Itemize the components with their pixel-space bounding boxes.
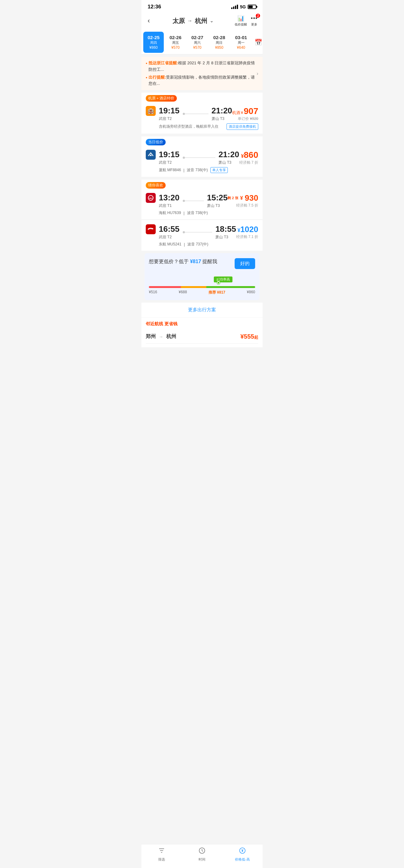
lowest-price-tag: 当日低价 [146,139,166,145]
date-tab-4[interactable]: 03-01 周一 ¥640 [231,32,251,53]
route-title[interactable]: 太原 → 杭州 ⌄ [173,17,214,25]
more-button[interactable]: ••• 2 更多 [251,15,258,27]
bar-price-0: ¥516 [149,290,157,295]
notice-text-0: 抵达浙江省提醒:根据 2021 年 2 月 8 日浙江省新冠肺炎疫情防控工... [149,60,258,73]
network-type: 5G [240,4,246,9]
marker-dot-icon [217,281,220,284]
recommend-flight-card-0[interactable]: HU 13:20 武宿 T1 15:25 [142,189,262,219]
date-tab-3[interactable]: 02-28 周日 ¥850 [209,32,229,53]
lowest-airline: 厦航 MF8846 [159,167,181,173]
sep-0: | [183,168,184,173]
lowest-depart-time: 19:15 [159,150,180,159]
hotel-price-label: 机酒 [232,110,240,116]
hainan-logo-svg: HU [146,193,155,202]
hotel-price-block: 机酒 ¥ 907 单订价 ¥920 [232,106,258,121]
notice-arrow-icon: › [257,71,258,76]
chart-icon: 📊 [238,15,244,22]
hainan-price-block: 剩 2 张 ¥ 930 经济舱 7.5 折 [227,193,258,208]
date-tab-0[interactable]: 02-25 周四 ¥860 [143,32,164,53]
nearby-routes-section: 邻近航线 更省钱 郑州 → 杭州 ¥555起 [142,317,262,347]
flight-line-0 [180,114,212,114]
low-price-label: 低价提醒 [235,22,247,27]
chinaeast-flight-info: 东航 MU5241 | 波音 737(中) [159,242,258,247]
date-day-4: 03-01 [235,35,247,40]
sep-2: | [184,242,185,247]
hotel-combo-flight-main: 19:15 武宿 T2 21:20 萧山 T3 机酒 [159,106,258,121]
lowest-arrive-airport: 萧山 T3 [218,160,239,165]
recommend-tag: 猜你喜欢 [146,182,166,189]
hainan-depart-time: 13:20 [159,193,180,203]
chevron-down-icon[interactable]: ⌄ [210,18,214,23]
xiamen-logo-svg [146,150,155,159]
bullet-icon-1: • [146,74,147,81]
chinaeast-discount: 经济舱 7.1 折 [236,234,258,240]
date-price-1: ¥570 [169,45,181,50]
lowest-flight-main: 19:15 武宿 T2 21:20 萧山 T3 ¥ [159,150,258,165]
status-icons: 5G [231,4,256,9]
date-tab-2[interactable]: 02-27 周六 ¥570 [187,32,208,53]
more-options-button[interactable]: 更多出行方案 [142,303,262,317]
alert-price: ¥817 [190,259,201,264]
hotel-arrive-time: 21:20 [212,106,232,116]
alert-confirm-button[interactable]: 好的 [235,258,255,269]
single-person-tag: 单人专享 [210,167,228,173]
calendar-button[interactable]: 📅 [252,36,262,49]
hainan-airline: 海航 HU7639 [159,210,181,216]
hotel-arrive-block: 21:20 萧山 T3 [212,106,232,121]
destination-city: 杭州 [195,17,207,25]
recommend-section: 猜你喜欢 HU 13:20 武宿 T1 [142,177,262,251]
hainan-airline-logo: HU [146,193,156,203]
more-options-label: 更多出行方案 [188,307,216,312]
notification-badge-wrap: ••• 2 [251,15,258,22]
hainan-currency: ¥ [240,195,243,201]
recommend-label-wrap: 猜你喜欢 [142,177,262,189]
hotel-price-amount: 907 [244,106,258,116]
chinaeast-flight-main: 16:55 武宿 T2 18:55 萧山 T3 ¥ [159,224,258,240]
hotel-combo-flight-row: 🏨 19:15 武宿 T2 21:20 萧山 T3 [146,106,258,130]
bar-high [206,286,255,288]
notice-banner[interactable]: • 抵达浙江省提醒:根据 2021 年 2 月 8 日浙江省新冠肺炎疫情防控工.… [142,57,262,90]
date-price-4: ¥640 [235,45,247,50]
bar-price-recommended: 推荐 ¥817 [209,290,225,295]
nearby-to-0: 杭州 [166,333,176,340]
back-button[interactable]: ‹ [146,16,151,26]
chinaeast-flight-row: 16:55 武宿 T2 18:55 萧山 T3 ¥ [146,224,258,247]
chinaeast-depart-airport: 武宿 T2 [159,235,180,240]
hotel-combo-content: 19:15 武宿 T2 21:20 萧山 T3 机酒 [159,106,258,130]
hainan-arrive-airport: 萧山 T3 [207,203,228,209]
hotel-combo-flight-card[interactable]: 🏨 19:15 武宿 T2 21:20 萧山 T3 [142,101,262,133]
hotel-combo-section: 机票＋酒店特价 🏨 19:15 武宿 T2 21:20 [142,93,262,133]
price-bar [149,286,255,288]
low-price-alert-button[interactable]: 📊 低价提醒 [235,15,247,27]
date-price-3: ¥850 [213,45,225,50]
lowest-arrive-time: 21:20 [218,150,239,159]
hotel-depart-airport: 武宿 T2 [159,116,180,121]
recommend-flight-card-1[interactable]: 16:55 武宿 T2 18:55 萧山 T3 ¥ [142,220,262,251]
header: ‹ 太原 → 杭州 ⌄ 📊 低价提醒 ••• 2 更多 [142,12,262,30]
hainan-arrive-block: 15:25 萧山 T3 [207,193,228,209]
xiamen-airline-logo [146,150,156,160]
nearby-route-0[interactable]: 郑州 → 杭州 ¥555起 [146,330,258,344]
price-bar-labels: ¥516 ¥688 推荐 ¥817 ¥860 [149,290,255,295]
nearby-title: 邻近航线 更省钱 [146,321,258,327]
date-weekday-3: 周日 [213,40,225,45]
chinaeast-arrive-airport: 萧山 T3 [215,235,236,240]
flight-line-1 [180,157,219,158]
bar-marker [217,277,220,284]
date-tabs: 02-25 周四 ¥860 02-26 周五 ¥570 02-27 周六 ¥57… [142,30,262,54]
lowest-price-flight-card[interactable]: 19:15 武宿 T2 21:20 萧山 T3 ¥ [142,145,262,177]
lowest-price-label-wrap: 当日低价 [142,134,262,145]
chinaeast-depart-time: 16:55 [159,224,180,234]
price-alert-top: 想要更低价？低于 ¥817 提醒我 好的 [149,258,255,269]
chinaeast-content: 16:55 武宿 T2 18:55 萧山 T3 ¥ [159,224,258,247]
date-weekday-1: 周五 [169,40,181,45]
hainan-flight-row: HU 13:20 武宿 T1 15:25 [146,193,258,216]
hainan-price: 930 [245,193,258,203]
bar-wrapper [149,286,255,288]
bar-price-3: ¥860 [247,290,255,295]
bottom-spacer [142,347,262,369]
battery-icon [248,5,256,9]
date-tab-1[interactable]: 02-26 周五 ¥570 [165,32,186,53]
hainan-times: 13:20 武宿 T1 15:25 萧山 T3 [159,193,227,209]
hainan-remaining: 剩 2 张 [227,196,238,200]
